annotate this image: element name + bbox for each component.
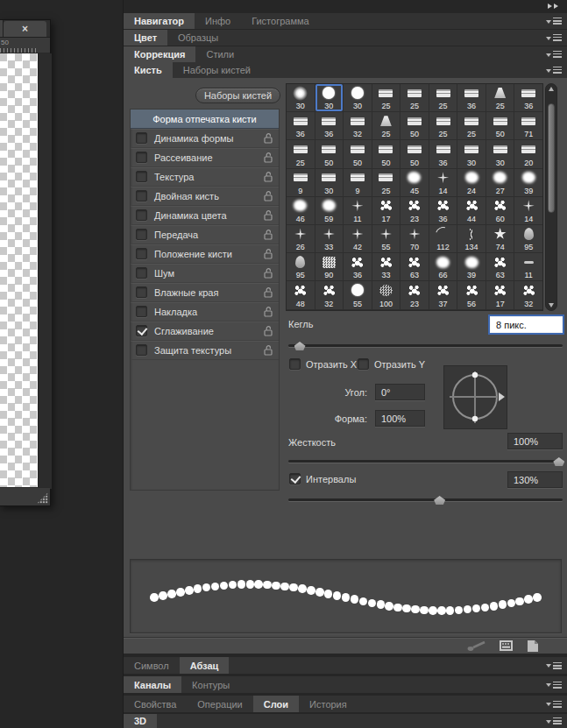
brush-preset-grass-134[interactable]: 134 [457, 225, 485, 252]
grid-scrollbar[interactable] [545, 83, 557, 311]
tab-каналы[interactable]: Каналы [124, 676, 181, 693]
brush-preset-flat-30[interactable]: 30 [457, 140, 485, 167]
brush-preset-scatter-37[interactable]: 37 [429, 281, 457, 308]
brush-preset-sparkle-26[interactable]: 26 [287, 225, 315, 252]
brush-preset-scatter-56[interactable]: 56 [457, 281, 485, 308]
brush-preset-scatter-60[interactable]: 60 [486, 197, 514, 224]
brush-preset-flat-36[interactable]: 36 [457, 84, 485, 111]
brush-preset-scatter-48[interactable]: 48 [287, 281, 315, 308]
section-checkbox[interactable] [136, 190, 147, 201]
panel-menu-icon[interactable] [546, 17, 562, 25]
brush-preset-flat-50[interactable]: 50 [400, 112, 429, 139]
brush-preset-flat-25[interactable]: 25 [457, 112, 485, 139]
brush-preset-sparkle-33[interactable]: 33 [315, 225, 344, 252]
brush-preset-flat-36[interactable]: 36 [315, 112, 344, 139]
brush-preset-scatter-63[interactable]: 63 [486, 253, 514, 280]
brush-preset-scatter-17[interactable]: 17 [486, 281, 514, 308]
canvas-transparency-checkerboard[interactable] [0, 53, 38, 489]
tab-стили[interactable]: Стили [195, 46, 245, 62]
brush-preset-sparkle-11[interactable]: 11 [344, 197, 372, 224]
section-row-динамика-цвета[interactable]: Динамика цвета [131, 206, 279, 225]
tab-3d[interactable]: 3D [124, 714, 157, 728]
brush-preset-flat-50[interactable]: 50 [315, 140, 344, 167]
tab-цвет[interactable]: Цвет [124, 30, 167, 46]
brush-preset-spatter-66[interactable]: 66 [429, 253, 457, 280]
section-checkbox[interactable] [136, 286, 147, 298]
section-checkbox[interactable] [136, 344, 147, 356]
lock-open-icon[interactable] [263, 229, 273, 240]
document-tab[interactable]: × [4, 21, 46, 37]
brush-preset-scatter-33[interactable]: 33 [372, 253, 400, 280]
brush-preset-scatter-23[interactable]: 23 [400, 281, 429, 308]
lock-open-icon[interactable] [263, 306, 273, 317]
brush-preset-flat-25[interactable]: 25 [400, 84, 429, 111]
lock-open-icon[interactable] [263, 132, 273, 144]
brush-preset-flat-71[interactable]: 71 [514, 112, 542, 139]
size-input[interactable]: 8 пикс. [490, 316, 563, 333]
brush-preset-flat-9[interactable]: 9 [287, 169, 315, 196]
lock-open-icon[interactable] [263, 209, 273, 221]
tab-слои[interactable]: Слои [253, 696, 299, 712]
brush-preset-arc-112[interactable]: 112 [429, 225, 457, 252]
brush-preset-fan-25[interactable]: 25 [486, 84, 514, 111]
angle-input[interactable]: 0° [375, 384, 425, 400]
brush-preset-flat-25[interactable]: 25 [372, 84, 400, 111]
brush-preset-sparkle-42[interactable]: 42 [344, 225, 372, 252]
section-row-динамика-формы[interactable]: Динамика формы [131, 129, 279, 148]
tab-коррекция[interactable]: Коррекция [124, 46, 195, 62]
lock-open-icon[interactable] [263, 267, 273, 279]
panel-menu-icon[interactable] [546, 33, 562, 42]
brush-preset-flat-50[interactable]: 50 [372, 140, 400, 167]
brush-preset-flat-50[interactable]: 50 [486, 112, 514, 139]
lock-open-icon[interactable] [263, 248, 273, 259]
spacing-slider[interactable] [288, 495, 563, 505]
scroll-down-icon[interactable] [546, 300, 556, 310]
brush-preset-flat-25[interactable]: 25 [287, 140, 315, 167]
brush-preset-spatter-39[interactable]: 39 [457, 253, 485, 280]
brush-preset-leaf-95[interactable]: 95 [514, 225, 542, 252]
brush-preset-sparkle-70[interactable]: 70 [400, 225, 429, 252]
section-row-передача[interactable]: Передача [131, 225, 279, 244]
spacing-input[interactable]: 130% [507, 471, 563, 488]
brush-preset-flat-25[interactable]: 25 [429, 112, 457, 139]
size-slider-thumb[interactable] [294, 342, 306, 350]
scrollbar-thumb[interactable] [548, 103, 555, 213]
brush-preset-spatter-59[interactable]: 59 [315, 197, 344, 224]
collapse-panels-icon[interactable] [548, 4, 560, 9]
flip-x-checkbox[interactable] [289, 358, 301, 370]
brush-preset-hard-30[interactable]: 30 [344, 84, 372, 111]
brush-preset-fan-25[interactable]: 25 [372, 112, 400, 139]
section-row-сглаживание[interactable]: Сглаживание [131, 322, 279, 341]
section-row-шум[interactable]: Шум [131, 264, 279, 283]
tab-наборы-кистей[interactable]: Наборы кистей [173, 62, 261, 78]
brush-preset-flat-25[interactable]: 25 [429, 84, 457, 111]
panel-menu-icon[interactable] [546, 681, 562, 689]
open-preset-manager-icon[interactable] [499, 640, 514, 652]
brush-preset-scatter-32[interactable]: 32 [514, 281, 542, 308]
section-checkbox[interactable] [136, 267, 147, 279]
brush-preset-spatter-24[interactable]: 24 [457, 169, 485, 196]
brush-preset-hard-30-selected[interactable]: 30 [315, 84, 344, 111]
brush-preset-sparkle-14[interactable]: 14 [429, 169, 457, 196]
tab-история[interactable]: История [299, 696, 358, 712]
tab-свойства[interactable]: Свойства [124, 696, 187, 712]
section-row-накладка[interactable]: Накладка [131, 302, 279, 322]
tab-символ[interactable]: Символ [124, 657, 180, 674]
tab-кисть[interactable]: Кисть [124, 62, 173, 78]
brush-preset-soft-30[interactable]: 30 [287, 84, 315, 111]
flip-y-checkbox[interactable] [358, 358, 369, 370]
tab-операции[interactable]: Операции [187, 696, 252, 712]
section-row-двойная-кисть[interactable]: Двойная кисть [131, 187, 279, 206]
brush-preset-noise-100[interactable]: 100 [372, 281, 400, 308]
brush-preset-flat-25[interactable]: 25 [372, 169, 400, 196]
close-icon[interactable]: × [22, 24, 28, 34]
section-checkbox[interactable] [136, 171, 147, 182]
section-checkbox[interactable] [136, 152, 147, 163]
brush-preset-spatter-39[interactable]: 39 [514, 169, 542, 196]
resize-grip-icon[interactable] [37, 492, 48, 504]
brush-preset-flat-9[interactable]: 9 [344, 169, 372, 196]
brush-preset-scatter-63[interactable]: 63 [400, 253, 429, 280]
section-checkbox[interactable] [136, 132, 147, 144]
section-row-защита-текстуры[interactable]: Защита текстуры [131, 341, 279, 360]
spacing-slider-thumb[interactable] [434, 496, 445, 505]
